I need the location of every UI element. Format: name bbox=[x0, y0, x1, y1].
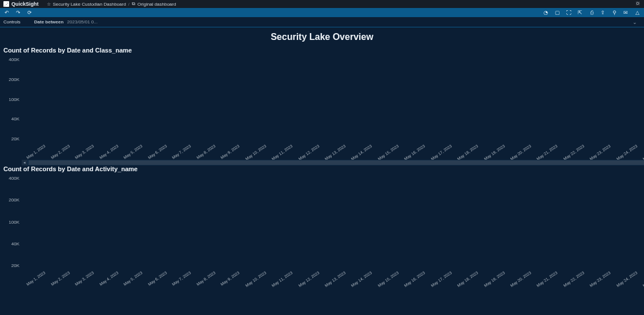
chevron-down-icon[interactable]: ⌄ bbox=[633, 19, 641, 25]
clock-icon[interactable]: ◔ bbox=[542, 9, 549, 16]
y-tick: 200K bbox=[9, 197, 19, 203]
date-filter-value: 2023/05/01 0... bbox=[67, 19, 98, 25]
x-axis: May 1, 2023May 2, 2023May 3, 2023May 4, … bbox=[3, 143, 644, 158]
copy-icon: ⧉ bbox=[132, 1, 135, 7]
breadcrumb-sep: / bbox=[128, 2, 130, 7]
x-tick: May 2, 2023 bbox=[50, 270, 75, 294]
date-filter-label: Date between bbox=[34, 19, 64, 25]
print-icon[interactable]: ⎙ bbox=[588, 9, 595, 16]
fullscreen-icon[interactable]: ⛶ bbox=[565, 9, 572, 16]
chart-plot[interactable]: 400K200K100K40K20K bbox=[3, 176, 644, 269]
share-icon[interactable]: ⇪ bbox=[599, 9, 606, 16]
x-tick: May 1, 2023 bbox=[26, 270, 51, 294]
x-tick: May 12, 2023 bbox=[297, 270, 325, 296]
action-toolbar: ↶ ↷ ⟳ ◔ ▢ ⛶ ⇱ ⎙ ⇪ ⚲ ✉ △ bbox=[0, 8, 644, 17]
x-tick: May 13, 2023 bbox=[324, 270, 352, 296]
y-tick: 40K bbox=[11, 241, 19, 247]
x-tick: May 17, 2023 bbox=[430, 270, 458, 296]
alert-icon[interactable]: △ bbox=[634, 9, 641, 16]
x-tick: May 9, 2023 bbox=[220, 270, 245, 294]
x-tick: May 14, 2023 bbox=[351, 270, 379, 296]
chart-title: Count of Records by Date and Activity_na… bbox=[3, 165, 641, 172]
x-tick: May 8, 2023 bbox=[196, 270, 222, 294]
x-axis: May 1, 2023May 2, 2023May 3, 2023May 4, … bbox=[3, 269, 644, 284]
controls-label[interactable]: Controls bbox=[3, 19, 21, 25]
refresh-icon[interactable]: ⟳ bbox=[26, 9, 33, 16]
breadcrumb: ☆ Security Lake Custodian Dashboard / ⧉ … bbox=[47, 1, 176, 7]
x-tick: May 11, 2023 bbox=[271, 270, 299, 296]
breadcrumb-item[interactable]: Security Lake Custodian Dashboard bbox=[53, 2, 126, 7]
y-tick: 400K bbox=[9, 176, 19, 181]
x-tick: May 7, 2023 bbox=[171, 270, 197, 294]
y-tick: 400K bbox=[9, 57, 19, 62]
mail-icon[interactable]: ✉ bbox=[622, 9, 629, 16]
y-tick: 100K bbox=[9, 97, 19, 102]
x-tick: May 21, 2023 bbox=[536, 270, 564, 296]
x-tick: May 16, 2023 bbox=[404, 270, 432, 296]
chart: Count of Records by Date and Class_name4… bbox=[0, 47, 644, 165]
y-axis: 400K200K100K40K20K bbox=[3, 176, 19, 269]
x-tick: May 6, 2023 bbox=[147, 270, 173, 294]
x-tick: May 4, 2023 bbox=[99, 270, 124, 294]
y-tick: 40K bbox=[11, 116, 19, 122]
page-title: Security Lake Overview bbox=[0, 27, 644, 47]
x-tick: May 10, 2023 bbox=[244, 270, 272, 296]
x-tick: May 15, 2023 bbox=[377, 270, 405, 296]
y-tick: 100K bbox=[9, 220, 19, 225]
user-icon[interactable]: ⛭ bbox=[635, 1, 641, 6]
scroll-thumb[interactable] bbox=[29, 160, 644, 165]
chart-plot[interactable]: 400K200K100K40K20K bbox=[3, 57, 644, 143]
date-filter[interactable]: Date between 2023/05/01 0... bbox=[34, 19, 98, 25]
y-tick: 20K bbox=[11, 263, 19, 268]
y-axis: 400K200K100K40K20K bbox=[3, 57, 19, 143]
chart-title: Count of Records by Date and Class_name bbox=[3, 47, 641, 54]
star-icon[interactable]: ☆ bbox=[47, 2, 51, 7]
app-topbar: ⋰ QuickSight ☆ Security Lake Custodian D… bbox=[0, 0, 644, 8]
horizontal-scrollbar[interactable]: ◂▸ bbox=[22, 160, 644, 165]
x-tick: May 5, 2023 bbox=[123, 270, 148, 294]
x-tick: May 23, 2023 bbox=[589, 270, 617, 296]
x-tick: May 24, 2023 bbox=[615, 270, 643, 296]
app-name: QuickSight bbox=[11, 1, 39, 7]
controls-bar: Controls Date between 2023/05/01 0... ⌄ bbox=[0, 17, 644, 27]
bookmark-icon[interactable]: ▢ bbox=[554, 9, 561, 16]
x-tick: May 18, 2023 bbox=[457, 270, 485, 296]
x-tick: May 3, 2023 bbox=[74, 270, 100, 294]
breadcrumb-item[interactable]: Original dashboard bbox=[138, 2, 176, 7]
app-logo-icon: ⋰ bbox=[3, 1, 9, 7]
y-tick: 200K bbox=[9, 77, 19, 82]
filter-icon[interactable]: ⚲ bbox=[611, 9, 618, 16]
redo-icon[interactable]: ↷ bbox=[15, 9, 22, 16]
x-tick: May 22, 2023 bbox=[563, 270, 591, 296]
y-tick: 20K bbox=[11, 136, 19, 142]
undo-icon[interactable]: ↶ bbox=[3, 9, 10, 16]
x-tick: May 20, 2023 bbox=[510, 270, 538, 296]
scroll-left-icon[interactable]: ◂ bbox=[22, 160, 27, 165]
x-tick: May 19, 2023 bbox=[483, 270, 511, 296]
export-icon[interactable]: ⇱ bbox=[577, 9, 583, 16]
chart: Count of Records by Date and Activity_na… bbox=[0, 165, 644, 284]
